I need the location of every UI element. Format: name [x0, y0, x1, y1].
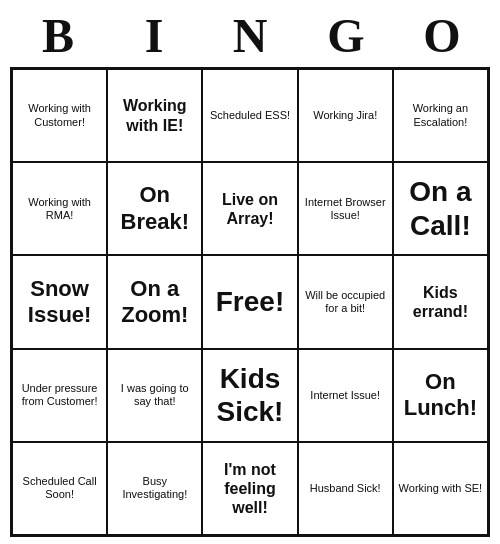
- bingo-letter-o: O: [407, 8, 477, 63]
- cell-text-3: Working Jira!: [313, 109, 377, 122]
- bingo-cell-10: Snow Issue!: [12, 255, 107, 348]
- cell-text-9: On a Call!: [398, 175, 483, 242]
- cell-text-6: On Break!: [112, 182, 197, 235]
- bingo-cell-21: Busy Investigating!: [107, 442, 202, 535]
- cell-text-24: Working with SE!: [399, 482, 483, 495]
- cell-text-1: Working with IE!: [112, 96, 197, 134]
- cell-text-15: Under pressure from Customer!: [17, 382, 102, 408]
- cell-text-21: Busy Investigating!: [112, 475, 197, 501]
- bingo-cell-6: On Break!: [107, 162, 202, 255]
- bingo-cell-19: On Lunch!: [393, 349, 488, 442]
- bingo-cell-9: On a Call!: [393, 162, 488, 255]
- bingo-cell-14: Kids errand!: [393, 255, 488, 348]
- bingo-cell-13: Will be occupied for a bit!: [298, 255, 393, 348]
- bingo-letter-b: B: [23, 8, 93, 63]
- cell-text-22: I'm not feeling well!: [207, 460, 292, 518]
- bingo-cell-1: Working with IE!: [107, 69, 202, 162]
- bingo-cell-16: I was going to say that!: [107, 349, 202, 442]
- cell-text-4: Working an Escalation!: [398, 102, 483, 128]
- bingo-cell-15: Under pressure from Customer!: [12, 349, 107, 442]
- cell-text-10: Snow Issue!: [17, 276, 102, 329]
- bingo-letter-n: N: [215, 8, 285, 63]
- cell-text-2: Scheduled ESS!: [210, 109, 290, 122]
- cell-text-19: On Lunch!: [398, 369, 483, 422]
- cell-text-0: Working with Customer!: [17, 102, 102, 128]
- bingo-cell-22: I'm not feeling well!: [202, 442, 297, 535]
- bingo-cell-23: Husband Sick!: [298, 442, 393, 535]
- bingo-cell-11: On a Zoom!: [107, 255, 202, 348]
- bingo-cell-0: Working with Customer!: [12, 69, 107, 162]
- cell-text-7: Live on Array!: [207, 190, 292, 228]
- cell-text-20: Scheduled Call Soon!: [17, 475, 102, 501]
- bingo-cell-3: Working Jira!: [298, 69, 393, 162]
- bingo-cell-17: Kids Sick!: [202, 349, 297, 442]
- cell-text-16: I was going to say that!: [112, 382, 197, 408]
- bingo-cell-4: Working an Escalation!: [393, 69, 488, 162]
- bingo-letter-i: I: [119, 8, 189, 63]
- cell-text-14: Kids errand!: [398, 283, 483, 321]
- bingo-cell-8: Internet Browser Issue!: [298, 162, 393, 255]
- bingo-cell-18: Internet Issue!: [298, 349, 393, 442]
- bingo-letter-g: G: [311, 8, 381, 63]
- cell-text-11: On a Zoom!: [112, 276, 197, 329]
- bingo-cell-5: Working with RMA!: [12, 162, 107, 255]
- cell-text-8: Internet Browser Issue!: [303, 196, 388, 222]
- cell-text-5: Working with RMA!: [17, 196, 102, 222]
- cell-text-13: Will be occupied for a bit!: [303, 289, 388, 315]
- bingo-cell-24: Working with SE!: [393, 442, 488, 535]
- cell-text-18: Internet Issue!: [310, 389, 380, 402]
- bingo-title: BINGO: [10, 0, 490, 67]
- cell-text-23: Husband Sick!: [310, 482, 381, 495]
- cell-text-17: Kids Sick!: [207, 362, 292, 429]
- bingo-cell-2: Scheduled ESS!: [202, 69, 297, 162]
- bingo-cell-12: Free!: [202, 255, 297, 348]
- bingo-cell-20: Scheduled Call Soon!: [12, 442, 107, 535]
- bingo-cell-7: Live on Array!: [202, 162, 297, 255]
- bingo-grid: Working with Customer!Working with IE!Sc…: [10, 67, 490, 537]
- cell-text-12: Free!: [216, 285, 284, 319]
